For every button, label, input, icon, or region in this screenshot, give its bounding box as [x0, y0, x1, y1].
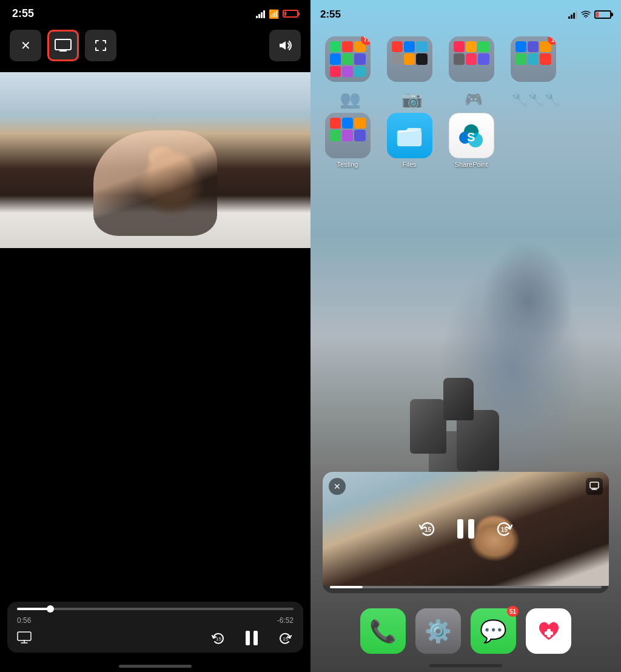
- app-row-1b: 👥 📷 🎮 🔧🔧🔧: [320, 89, 611, 109]
- app-folder-camera[interactable]: [382, 36, 437, 84]
- battery-icon-right: [594, 10, 611, 19]
- svg-rect-8: [397, 130, 421, 146]
- files-label: Files: [402, 161, 416, 168]
- app-row-1: 77: [320, 36, 611, 84]
- pip-progress-bar[interactable]: [330, 586, 602, 588]
- battery-icon-left: [283, 10, 298, 18]
- close-button[interactable]: ✕: [10, 30, 41, 61]
- progress-bar-container[interactable]: [17, 608, 294, 610]
- app-row-2: Testing Files: [320, 113, 611, 168]
- resize-button[interactable]: [85, 30, 116, 61]
- video-controls-bar: 0:56 -6:52 15: [7, 602, 303, 653]
- signal-bars-left: [256, 10, 265, 18]
- volume-button[interactable]: [269, 30, 301, 61]
- svg-rect-17: [468, 519, 474, 539]
- video-black-area: [0, 248, 310, 602]
- svg-text:S: S: [467, 130, 475, 144]
- right-time: 2:55: [320, 8, 341, 21]
- forward-15-button[interactable]: 15: [277, 630, 294, 647]
- airplay-button[interactable]: [17, 631, 32, 645]
- pip-forward-button[interactable]: 15: [493, 518, 515, 540]
- current-time: 0:56: [17, 616, 31, 625]
- camera-folder-icon: 📷: [384, 89, 439, 109]
- badge-social: 77: [361, 36, 370, 45]
- pip-player: ✕ 15: [323, 472, 609, 593]
- dock-phone[interactable]: 📞: [360, 608, 406, 654]
- pip-expand-button[interactable]: [586, 478, 603, 495]
- settings-icon: ⚙️: [425, 619, 452, 644]
- left-status-bar: 2:55 📶: [0, 0, 310, 25]
- pip-controls: 15 15: [323, 472, 609, 586]
- playback-controls: 15 15: [17, 630, 294, 647]
- svg-text:15: 15: [216, 636, 221, 642]
- app-folder-games[interactable]: [444, 36, 498, 84]
- testing-label: Testing: [337, 161, 358, 168]
- left-time: 2:55: [12, 7, 34, 20]
- progress-thumb: [47, 605, 54, 613]
- badge-messages: 51: [507, 606, 519, 617]
- left-panel: 2:55 📶 ✕: [0, 0, 310, 672]
- home-indicator-right: [429, 664, 502, 667]
- dock-messages[interactable]: 51 💬: [471, 608, 516, 654]
- app-grid: 77: [320, 36, 611, 178]
- rewind-15-button[interactable]: 15: [210, 630, 227, 647]
- pip-progress-fill: [330, 586, 363, 588]
- svg-rect-0: [55, 39, 71, 50]
- svg-point-6: [585, 17, 586, 18]
- progress-track[interactable]: [17, 608, 294, 610]
- svg-text:15: 15: [425, 526, 432, 533]
- svg-rect-16: [457, 519, 463, 539]
- dock-health[interactable]: [526, 608, 571, 654]
- sharepoint-label: SharePoint: [455, 161, 488, 168]
- tools-folder-icon: 🔧🔧🔧: [508, 89, 563, 109]
- app-testing[interactable]: Testing: [320, 113, 375, 168]
- left-controls-row: ✕: [0, 25, 310, 66]
- wifi-icon-right: [581, 10, 591, 19]
- pip-close-button[interactable]: ✕: [329, 478, 346, 495]
- pip-rewind-button[interactable]: 15: [417, 518, 438, 540]
- video-content: [0, 72, 310, 248]
- screen-mirror-button[interactable]: [47, 30, 79, 61]
- dock: 📞 ⚙️ 51 💬: [320, 608, 611, 654]
- svg-text:15: 15: [283, 636, 288, 642]
- right-status-bar: 2:55: [310, 0, 621, 25]
- svg-text:15: 15: [501, 526, 508, 533]
- gamepad-folder-icon: 🎮: [446, 89, 501, 109]
- phone-icon: 📞: [369, 619, 397, 644]
- app-sharepoint[interactable]: S SharePoint: [444, 113, 498, 168]
- dock-settings[interactable]: ⚙️: [415, 608, 461, 654]
- svg-rect-4: [253, 631, 258, 645]
- left-status-icons: 📶: [256, 9, 298, 19]
- progress-fill: [17, 608, 50, 610]
- right-status-icons: [568, 10, 611, 19]
- svg-rect-20: [545, 631, 553, 635]
- pip-pause-button[interactable]: [457, 519, 475, 539]
- pip-video-content: ✕ 15: [323, 472, 609, 586]
- app-folder-utilities[interactable]: 1: [506, 36, 560, 84]
- svg-rect-14: [590, 482, 599, 488]
- wifi-icon-left: 📶: [269, 9, 279, 19]
- svg-rect-3: [246, 631, 250, 645]
- time-labels: 0:56 -6:52: [17, 616, 294, 625]
- pause-button[interactable]: [245, 630, 258, 646]
- remaining-time: -6:52: [277, 616, 294, 625]
- video-frame: [0, 72, 310, 248]
- home-indicator-left: [0, 660, 310, 672]
- people-icon: 👥: [323, 89, 377, 109]
- messages-icon: 💬: [480, 619, 507, 644]
- app-folder-social[interactable]: 77: [320, 36, 375, 84]
- svg-rect-1: [18, 632, 31, 640]
- signal-bars-right: [568, 10, 577, 19]
- app-files[interactable]: Files: [382, 113, 437, 168]
- right-panel: 2:55: [310, 0, 621, 672]
